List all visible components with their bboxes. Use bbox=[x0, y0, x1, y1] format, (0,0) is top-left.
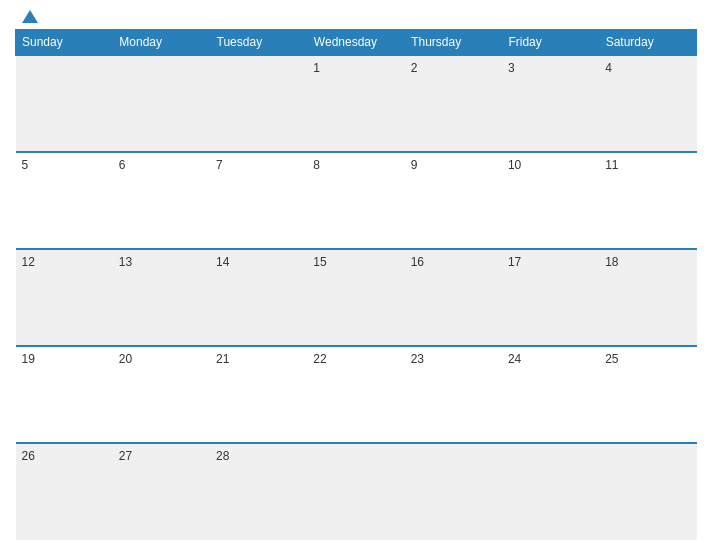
day-number: 28 bbox=[216, 449, 229, 463]
calendar-day-cell: 28 bbox=[210, 443, 307, 540]
calendar-day-cell: 23 bbox=[405, 346, 502, 443]
calendar-week-row: 567891011 bbox=[16, 152, 697, 249]
calendar-header bbox=[15, 10, 697, 23]
calendar-day-cell: 24 bbox=[502, 346, 599, 443]
calendar-body: 1234567891011121314151617181920212223242… bbox=[16, 55, 697, 540]
calendar-day-cell: 12 bbox=[16, 249, 113, 346]
day-number: 14 bbox=[216, 255, 229, 269]
day-number: 8 bbox=[313, 158, 320, 172]
calendar-header-row: SundayMondayTuesdayWednesdayThursdayFrid… bbox=[16, 30, 697, 56]
day-number: 16 bbox=[411, 255, 424, 269]
weekday-header-cell: Wednesday bbox=[307, 30, 404, 56]
weekday-header-cell: Monday bbox=[113, 30, 210, 56]
day-number: 4 bbox=[605, 61, 612, 75]
calendar-day-cell: 2 bbox=[405, 55, 502, 152]
day-number: 11 bbox=[605, 158, 618, 172]
calendar-day-cell bbox=[405, 443, 502, 540]
day-number: 3 bbox=[508, 61, 515, 75]
day-number: 25 bbox=[605, 352, 618, 366]
day-number: 20 bbox=[119, 352, 132, 366]
calendar-day-cell bbox=[307, 443, 404, 540]
weekday-header-cell: Friday bbox=[502, 30, 599, 56]
day-number: 6 bbox=[119, 158, 126, 172]
calendar-table: SundayMondayTuesdayWednesdayThursdayFrid… bbox=[15, 29, 697, 540]
day-number: 27 bbox=[119, 449, 132, 463]
day-number: 23 bbox=[411, 352, 424, 366]
calendar-day-cell bbox=[16, 55, 113, 152]
day-number: 18 bbox=[605, 255, 618, 269]
logo-blue-text bbox=[19, 10, 38, 23]
calendar-day-cell: 4 bbox=[599, 55, 696, 152]
weekday-header-cell: Tuesday bbox=[210, 30, 307, 56]
calendar-day-cell: 6 bbox=[113, 152, 210, 249]
day-number: 17 bbox=[508, 255, 521, 269]
day-number: 9 bbox=[411, 158, 418, 172]
calendar-day-cell: 22 bbox=[307, 346, 404, 443]
logo bbox=[19, 10, 38, 23]
calendar-week-row: 12131415161718 bbox=[16, 249, 697, 346]
calendar-day-cell: 16 bbox=[405, 249, 502, 346]
day-number: 21 bbox=[216, 352, 229, 366]
calendar-day-cell: 9 bbox=[405, 152, 502, 249]
calendar-day-cell: 27 bbox=[113, 443, 210, 540]
day-number: 12 bbox=[22, 255, 35, 269]
day-number: 24 bbox=[508, 352, 521, 366]
day-number: 26 bbox=[22, 449, 35, 463]
calendar-day-cell: 11 bbox=[599, 152, 696, 249]
calendar-day-cell: 10 bbox=[502, 152, 599, 249]
day-number: 15 bbox=[313, 255, 326, 269]
weekday-header-row: SundayMondayTuesdayWednesdayThursdayFrid… bbox=[16, 30, 697, 56]
calendar-day-cell: 18 bbox=[599, 249, 696, 346]
calendar-week-row: 1234 bbox=[16, 55, 697, 152]
calendar-day-cell: 15 bbox=[307, 249, 404, 346]
calendar-day-cell: 3 bbox=[502, 55, 599, 152]
calendar-week-row: 262728 bbox=[16, 443, 697, 540]
calendar-week-row: 19202122232425 bbox=[16, 346, 697, 443]
calendar-container: SundayMondayTuesdayWednesdayThursdayFrid… bbox=[0, 0, 712, 550]
day-number: 7 bbox=[216, 158, 223, 172]
calendar-day-cell: 7 bbox=[210, 152, 307, 249]
calendar-day-cell: 19 bbox=[16, 346, 113, 443]
day-number: 13 bbox=[119, 255, 132, 269]
weekday-header-cell: Saturday bbox=[599, 30, 696, 56]
calendar-day-cell bbox=[599, 443, 696, 540]
calendar-day-cell: 13 bbox=[113, 249, 210, 346]
weekday-header-cell: Sunday bbox=[16, 30, 113, 56]
calendar-day-cell: 25 bbox=[599, 346, 696, 443]
calendar-day-cell: 17 bbox=[502, 249, 599, 346]
calendar-day-cell: 8 bbox=[307, 152, 404, 249]
day-number: 1 bbox=[313, 61, 320, 75]
day-number: 5 bbox=[22, 158, 29, 172]
calendar-day-cell: 21 bbox=[210, 346, 307, 443]
calendar-day-cell: 14 bbox=[210, 249, 307, 346]
day-number: 2 bbox=[411, 61, 418, 75]
day-number: 10 bbox=[508, 158, 521, 172]
day-number: 19 bbox=[22, 352, 35, 366]
calendar-day-cell bbox=[113, 55, 210, 152]
calendar-day-cell bbox=[502, 443, 599, 540]
calendar-day-cell: 5 bbox=[16, 152, 113, 249]
calendar-day-cell bbox=[210, 55, 307, 152]
calendar-day-cell: 26 bbox=[16, 443, 113, 540]
logo-triangle-icon bbox=[22, 10, 38, 23]
day-number: 22 bbox=[313, 352, 326, 366]
calendar-day-cell: 1 bbox=[307, 55, 404, 152]
weekday-header-cell: Thursday bbox=[405, 30, 502, 56]
calendar-day-cell: 20 bbox=[113, 346, 210, 443]
